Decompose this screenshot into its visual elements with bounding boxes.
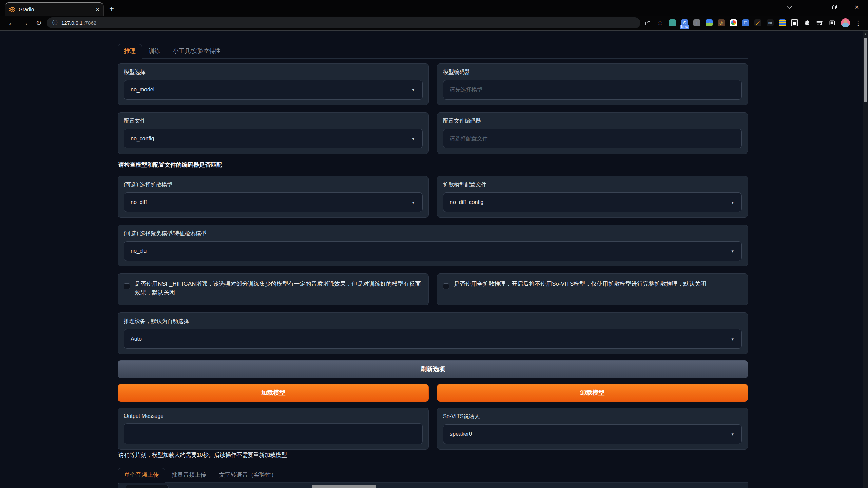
browser-tab-strip: Gradio × + × [0, 0, 868, 16]
device-label: 推理设备，默认为自动选择 [124, 318, 742, 325]
tab-batch-audio-upload[interactable]: 批量音频上传 [165, 468, 213, 483]
new-tab-button[interactable]: + [109, 4, 114, 14]
chevron-down-icon: ▾ [731, 337, 734, 342]
browser-menu-icon[interactable]: ⋮ [855, 19, 861, 27]
scrollbar-thumb[interactable] [864, 38, 867, 102]
model-encoder-input[interactable]: 请先选择模型 [443, 80, 742, 100]
site-info-icon[interactable]: ⓘ [52, 19, 58, 26]
url-port: :7862 [84, 20, 97, 26]
model-encoder-placeholder: 请先选择模型 [450, 86, 482, 94]
model-encoder-label: 模型编码器 [443, 69, 742, 76]
refresh-options-button[interactable]: 刷新选项 [118, 360, 748, 378]
extension-icon-10[interactable] [779, 19, 786, 26]
extension-icon-9[interactable]: ∞ [767, 19, 774, 26]
extension-icon-3[interactable]: ↓ [693, 19, 700, 26]
chevron-down-icon: ▾ [412, 87, 414, 93]
output-message-textbox[interactable] [124, 423, 423, 444]
page-scrollbar[interactable]: ▲ [863, 30, 868, 488]
nsf-hifigan-checkbox-label: 是否使用NSF_HIFIGAN增强，该选项对部分训练集少的模型有一定的音质增强效… [135, 279, 423, 298]
model-select-label: 模型选择 [124, 69, 423, 76]
diffusion-model-label: (可选) 选择扩散模型 [124, 181, 423, 188]
window-close-button[interactable]: × [846, 0, 868, 14]
diffusion-model-block: (可选) 选择扩散模型 no_diff ▾ [118, 176, 429, 218]
extension-icon-6[interactable] [730, 19, 737, 26]
chevron-down-icon: ▾ [412, 136, 414, 141]
unload-model-button[interactable]: 卸载模型 [437, 384, 748, 402]
extension-icon-4[interactable]: ↓ [706, 19, 713, 26]
config-select-value: no_config [131, 136, 154, 142]
diffusion-model-value: no_diff [131, 199, 147, 205]
diffusion-config-dropdown[interactable]: no_diff_config ▾ [443, 192, 742, 212]
extension-icon-2[interactable]: SNew [681, 19, 688, 26]
config-encoder-placeholder: 请选择配置文件 [450, 135, 488, 142]
new-badge: New [680, 25, 689, 29]
output-message-label: Output Message [124, 413, 423, 419]
cluster-model-value: no_clu [131, 248, 147, 254]
diffusion-model-dropdown[interactable]: no_diff ▾ [124, 192, 423, 212]
scrollbar-up-icon[interactable]: ▲ [863, 30, 868, 36]
window-restore-button[interactable] [823, 0, 846, 14]
bookmark-star-icon[interactable]: ☆ [656, 19, 664, 27]
extension-icon-8[interactable]: ／ [754, 19, 761, 26]
back-icon[interactable]: ← [5, 19, 18, 27]
extension-icon-7[interactable]: ❏ [742, 19, 749, 26]
nsf-hifigan-checkbox[interactable] [124, 283, 130, 289]
config-encoder-input[interactable]: 请选择配置文件 [443, 129, 742, 148]
audio-upload-badge: ♪ 单个音频上传 [126, 485, 169, 488]
config-select-block: 配置文件 no_config ▾ [118, 112, 429, 154]
tab-single-audio-upload[interactable]: 单个音频上传 [118, 468, 165, 483]
tab-search-chevron-icon[interactable] [778, 0, 801, 14]
model-select-value: no_model [131, 87, 154, 93]
tab-close-icon[interactable]: × [96, 6, 99, 13]
extension-icon-5[interactable]: ◎ [718, 19, 725, 26]
output-message-block: Output Message [118, 408, 429, 450]
audio-tab-bar: 单个音频上传 批量音频上传 文字转语音（实验性） [118, 468, 748, 483]
screen: Gradio × + × ← → ↻ ⓘ 127.0.0.1:7862 ☆ [0, 0, 868, 488]
diffusion-config-block: 扩散模型配置文件 no_diff_config ▾ [437, 176, 748, 218]
device-value: Auto [131, 336, 142, 342]
toolbar-right-icons: ☆ SNew ↓ ↓ ◎ ❏ ／ ∞ [644, 18, 863, 27]
chevron-down-icon: ▾ [731, 200, 734, 205]
tab-tools[interactable]: 小工具/实验室特性 [167, 44, 227, 59]
full-diffusion-checkbox-row[interactable]: 是否使用全扩散推理，开启后将不使用So-VITS模型，仅使用扩散模型进行完整扩散… [437, 273, 748, 305]
model-select-dropdown[interactable]: no_model ▾ [124, 80, 423, 100]
device-block: 推理设备，默认为自动选择 Auto ▾ [118, 312, 748, 354]
nsf-hifigan-checkbox-row[interactable]: 是否使用NSF_HIFIGAN增强，该选项对部分训练集少的模型有一定的音质增强效… [118, 273, 429, 305]
speaker-dropdown[interactable]: speaker0 ▾ [443, 424, 742, 444]
reload-icon[interactable]: ↻ [32, 19, 45, 27]
config-select-dropdown[interactable]: no_config ▾ [124, 129, 423, 148]
load-model-button[interactable]: 加载模型 [118, 384, 429, 402]
browser-tab-gradio[interactable]: Gradio × [5, 2, 104, 16]
cluster-model-block: (可选) 选择聚类模型/特征检索模型 no_clu ▾ [118, 225, 748, 266]
chevron-down-icon: ▾ [412, 200, 414, 205]
share-icon[interactable] [644, 19, 651, 27]
playlist-music-icon[interactable] [816, 19, 823, 27]
config-select-label: 配置文件 [124, 118, 423, 125]
browser-toolbar: ← → ↻ ⓘ 127.0.0.1:7862 ☆ SNew ↓ ↓ ◎ ❏ ／ … [0, 16, 868, 30]
encoder-match-warning: 请检查模型和配置文件的编码器是否匹配 [118, 161, 748, 169]
chevron-down-icon: ▾ [731, 249, 734, 254]
main-tab-bar: 推理 训练 小工具/实验室特性 [118, 44, 748, 59]
side-panel-icon[interactable] [828, 19, 836, 27]
address-bar[interactable]: ⓘ 127.0.0.1:7862 [47, 17, 640, 28]
speaker-value: speaker0 [450, 431, 472, 437]
tab-text-to-speech[interactable]: 文字转语音（实验性） [213, 468, 283, 483]
config-encoder-block: 配置文件编码器 请选择配置文件 [437, 112, 748, 154]
tab-inference[interactable]: 推理 [118, 44, 142, 59]
config-encoder-label: 配置文件编码器 [443, 118, 742, 125]
extension-icon-11[interactable] [791, 19, 798, 26]
gradio-favicon-icon [9, 6, 15, 13]
full-diffusion-checkbox[interactable] [443, 283, 449, 289]
window-minimize-button[interactable] [801, 0, 823, 14]
profile-avatar[interactable] [841, 18, 850, 27]
chevron-down-icon: ▾ [731, 432, 734, 437]
extension-icon-1[interactable] [669, 19, 676, 26]
browser-tab-title: Gradio [19, 6, 92, 12]
single-audio-upload-dropzone[interactable]: ♪ 单个音频上传 [118, 483, 748, 488]
extensions-puzzle-icon[interactable] [803, 19, 811, 27]
device-dropdown[interactable]: Auto ▾ [124, 329, 742, 349]
forward-icon[interactable]: → [18, 19, 32, 27]
cluster-model-dropdown[interactable]: no_clu ▾ [124, 241, 742, 261]
model-select-block: 模型选择 no_model ▾ [118, 63, 429, 105]
tab-training[interactable]: 训练 [142, 44, 167, 59]
